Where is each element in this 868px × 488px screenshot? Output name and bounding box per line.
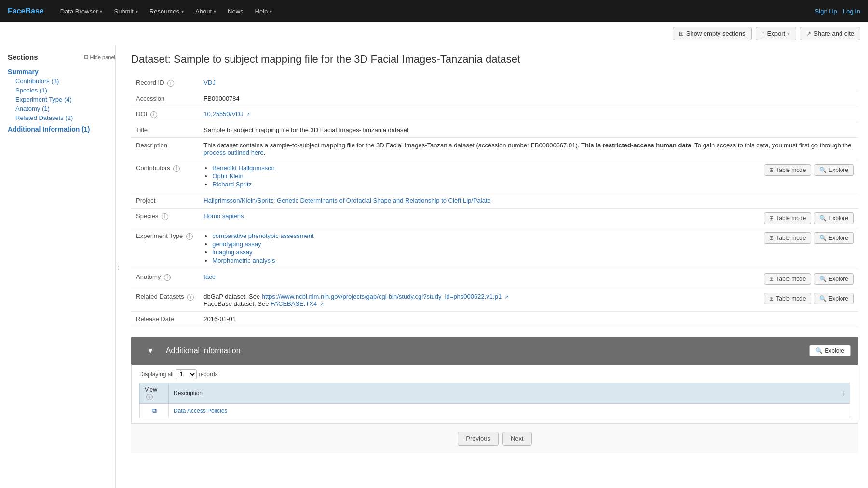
- previous-button[interactable]: Previous: [458, 432, 499, 446]
- experiment-type-link[interactable]: imaging assay: [212, 249, 252, 256]
- table-mode-button[interactable]: ⊞ Table mode: [764, 293, 811, 304]
- contributors-actions: ⊞ Table mode 🔍 Explore: [764, 164, 854, 176]
- explore-button[interactable]: 🔍 Explore: [814, 212, 854, 224]
- additional-info-section: ▼ Additional Information 🔍 Explore Displ…: [131, 337, 858, 423]
- experiment-type-link[interactable]: Morphometric analysis: [212, 257, 275, 264]
- nav-news[interactable]: News: [223, 6, 248, 17]
- sections-title: Sections: [8, 53, 38, 61]
- process-link[interactable]: process outlined here: [203, 149, 263, 156]
- main-layout: Sections ⊟ Hide panel Summary Contributo…: [0, 45, 868, 488]
- content-area: Dataset: Sample to subject mapping file …: [122, 45, 868, 488]
- log-in-link[interactable]: Log In: [843, 8, 860, 15]
- contributor-link[interactable]: Richard Spritz: [212, 181, 252, 188]
- nav-help[interactable]: Help ▾: [250, 6, 277, 17]
- sidebar-item-additional-information[interactable]: Additional Information (1): [8, 124, 115, 134]
- displaying-text: Displaying all 1 10 25 records: [139, 369, 850, 379]
- info-icon[interactable]: i: [162, 213, 168, 220]
- sidebar-item-contributors[interactable]: Contributors (3): [8, 77, 115, 86]
- panel-icon: ⊟: [84, 54, 88, 60]
- info-icon[interactable]: i: [146, 394, 153, 400]
- sidebar-additional-info-section: Additional Information (1): [8, 124, 115, 134]
- search-icon: 🔍: [815, 347, 823, 354]
- species-link[interactable]: Homo sapiens: [203, 212, 244, 220]
- species-actions: ⊞ Table mode 🔍 Explore: [764, 212, 854, 224]
- nav-resources[interactable]: Resources ▾: [145, 6, 189, 17]
- nav-about[interactable]: About ▾: [190, 6, 221, 17]
- doi-link[interactable]: 10.25550/VDJ ↗: [203, 110, 250, 118]
- next-button[interactable]: Next: [502, 432, 532, 446]
- sidebar-item-summary[interactable]: Summary: [8, 67, 115, 77]
- contributor-link[interactable]: Benedikt Hallgrimsson: [212, 164, 274, 171]
- record-id-label: Record ID i: [131, 75, 199, 91]
- share-icon: ↗: [806, 30, 811, 37]
- anatomy-row: face ⊞ Table mode 🔍 Explore: [203, 273, 854, 285]
- hide-panel-button[interactable]: ⊟ Hide panel: [84, 54, 115, 60]
- brand-logo[interactable]: FaceBase: [8, 7, 44, 15]
- view-record-icon[interactable]: ⧉: [152, 407, 157, 414]
- related-dataset-2: FaceBase dataset. See FACEBASE:TX4 ↗: [203, 300, 764, 307]
- top-navigation: FaceBase Data Browser ▾ Submit ▾ Resourc…: [0, 0, 868, 22]
- nav-data-browser[interactable]: Data Browser ▾: [55, 6, 108, 17]
- records-count-select[interactable]: 1 10 25: [176, 369, 197, 379]
- chevron-down-icon: ▾: [214, 9, 216, 14]
- sidebar-drag-handle[interactable]: ⋮: [116, 45, 122, 488]
- explore-button[interactable]: 🔍 Explore: [814, 293, 854, 304]
- table-header-row: View i Description ⁞: [140, 383, 850, 404]
- table-row: Release Date 2016-01-01: [131, 312, 858, 327]
- related-dataset-link-2[interactable]: FACEBASE:TX4 ↗: [271, 300, 324, 307]
- nav-submit[interactable]: Submit ▾: [109, 6, 142, 17]
- info-icon[interactable]: i: [164, 274, 171, 281]
- toolbar-row: ⊞ Show empty sections ↑ Export ▾ ↗ Share…: [0, 22, 868, 45]
- project-link[interactable]: Hallgrimsson/Klein/Spritz: Genetic Deter…: [203, 197, 490, 204]
- table-mode-button[interactable]: ⊞ Table mode: [764, 164, 811, 176]
- title-value: Sample to subject mapping file for the 3…: [199, 122, 858, 138]
- explore-button[interactable]: 🔍 Explore: [814, 164, 854, 176]
- table-row: Anatomy i face ⊞ Table mode: [131, 269, 858, 289]
- accession-value: FB00000784: [199, 91, 858, 106]
- related-dataset-link-1[interactable]: https://www.ncbi.nlm.nih.gov/projects/ga…: [262, 293, 508, 300]
- info-icon[interactable]: i: [167, 80, 174, 87]
- experiment-type-link[interactable]: genotyping assay: [212, 240, 261, 248]
- external-link-icon: ↗: [246, 112, 250, 117]
- export-button[interactable]: ↑ Export ▾: [756, 27, 797, 40]
- sidebar-item-species[interactable]: Species (1): [8, 86, 115, 95]
- info-icon[interactable]: i: [186, 233, 193, 240]
- info-icon[interactable]: i: [187, 294, 194, 301]
- chevron-down-icon: ▼: [139, 342, 162, 360]
- sidebar-header: Sections ⊟ Hide panel: [8, 53, 115, 61]
- explore-button[interactable]: 🔍 Explore: [814, 273, 854, 285]
- contributors-row: Benedikt Hallgrimsson Ophir Klein Richar…: [203, 164, 854, 189]
- table-mode-button[interactable]: ⊞ Table mode: [764, 212, 811, 224]
- explore-button[interactable]: 🔍 Explore: [814, 232, 854, 244]
- share-and-cite-button[interactable]: ↗ Share and cite: [800, 27, 860, 40]
- pagination-row: Previous Next: [131, 423, 858, 453]
- info-icon[interactable]: i: [173, 165, 180, 172]
- sidebar-item-related-datasets[interactable]: Related Datasets (2): [8, 113, 115, 122]
- table-mode-button[interactable]: ⊞ Table mode: [764, 273, 811, 285]
- experiment-type-link[interactable]: comparative phenotypic assessment: [212, 232, 313, 239]
- nav-items: Data Browser ▾ Submit ▾ Resources ▾ Abou…: [55, 6, 815, 17]
- info-icon[interactable]: i: [150, 111, 157, 118]
- related-datasets-actions: ⊞ Table mode 🔍 Explore: [764, 293, 854, 304]
- dataset-prefix: Dataset:: [131, 53, 174, 65]
- doi-label: DOI i: [131, 106, 199, 122]
- data-access-policies-link[interactable]: Data Access Policies: [174, 408, 227, 414]
- description-text: This dataset contains a sample-to-subjec…: [203, 142, 851, 156]
- table-icon: ⊞: [769, 215, 774, 222]
- column-options-icon[interactable]: ⁞: [843, 390, 845, 397]
- contributor-link[interactable]: Ophir Klein: [212, 172, 243, 180]
- anatomy-actions: ⊞ Table mode 🔍 Explore: [764, 273, 854, 285]
- table-row: Record ID i VDJ: [131, 75, 858, 91]
- sign-up-link[interactable]: Sign Up: [815, 8, 837, 15]
- sidebar-item-experiment-type[interactable]: Experiment Type (4): [8, 95, 115, 104]
- search-icon: 🔍: [819, 295, 827, 302]
- show-empty-sections-button[interactable]: ⊞ Show empty sections: [673, 27, 752, 40]
- record-id-link[interactable]: VDJ: [203, 79, 216, 86]
- table-row: Experiment Type i comparative phenotypic…: [131, 228, 858, 269]
- anatomy-link[interactable]: face: [203, 273, 216, 280]
- sidebar-item-anatomy[interactable]: Anatomy (1): [8, 104, 115, 113]
- sidebar-summary-section: Summary Contributors (3) Species (1) Exp…: [8, 67, 115, 122]
- table-mode-button[interactable]: ⊞ Table mode: [764, 232, 811, 244]
- additional-info-explore-button[interactable]: 🔍 Explore: [809, 345, 851, 356]
- contributors-list: Benedikt Hallgrimsson Ophir Klein Richar…: [203, 164, 764, 188]
